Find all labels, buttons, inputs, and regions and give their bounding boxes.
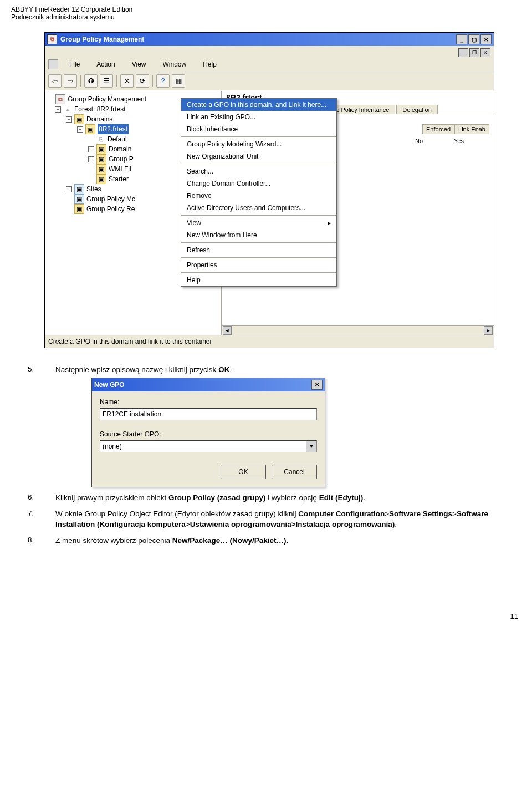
titlebar: ⧉ Group Policy Management _ ▢ ✕ (45, 33, 494, 46)
tab-delegation[interactable]: Delegation (396, 105, 438, 114)
domain-icon: ▣ (85, 124, 95, 134)
tree-sites[interactable]: Sites (86, 184, 101, 194)
tree-wmi[interactable]: WMI Fil (109, 164, 131, 174)
back-button[interactable]: ⇦ (48, 74, 62, 88)
content-area: ⧉Group Policy Management −⟁Forest: 8R2.f… (45, 90, 494, 335)
ok-button[interactable]: OK (221, 465, 266, 479)
dialog-title: New GPO (94, 381, 311, 389)
window-title: Group Policy Management (60, 35, 456, 43)
group-policy-window: ⧉ Group Policy Management _ ▢ ✕ _ ❐ ✕ Fi… (44, 32, 494, 348)
list-button[interactable]: ☰ (100, 74, 113, 88)
source-starter-combo[interactable]: (none) ▼ (100, 440, 317, 452)
ctx-link-gpo[interactable]: Link an Existing GPO... (181, 111, 336, 123)
tree-modeling[interactable]: Group Policy Mc (86, 194, 135, 204)
sites-icon: ▣ (74, 184, 84, 194)
modeling-icon: ▣ (74, 194, 84, 204)
menu-window[interactable]: Window (157, 59, 192, 69)
results-icon: ▣ (74, 204, 84, 214)
mdi-restore-button[interactable]: ❐ (469, 48, 479, 57)
expand-icon[interactable]: + (88, 146, 94, 152)
ctx-aduc[interactable]: Active Directory Users and Computers... (181, 202, 336, 214)
new-gpo-dialog: New GPO ✕ Name: Source Starter GPO: (non… (91, 378, 325, 487)
tree-selected-domain[interactable]: 8R2.frtest (98, 124, 129, 134)
col-enforced[interactable]: Enforced (422, 124, 454, 134)
options-button[interactable]: ▦ (172, 74, 185, 88)
status-bar: Create a GPO in this domain and link it … (45, 335, 494, 348)
menu-view[interactable]: View (126, 59, 152, 69)
ctx-block-inheritance[interactable]: Block Inheritance (181, 123, 336, 135)
expand-icon[interactable]: + (66, 186, 72, 192)
forest-icon: ⟁ (63, 105, 72, 114)
name-input[interactable] (100, 408, 317, 420)
tree-results[interactable]: Group Policy Re (86, 204, 135, 214)
forward-button[interactable]: ⇨ (64, 74, 77, 88)
ctx-search[interactable]: Search... (181, 165, 336, 177)
tree-starter[interactable]: Starter (109, 174, 129, 184)
maximize-button[interactable]: ▢ (468, 34, 479, 44)
cancel-button[interactable]: Cancel (272, 465, 317, 479)
menu-file[interactable]: File (64, 59, 85, 69)
ctx-properties[interactable]: Properties (181, 259, 336, 271)
ctx-remove[interactable]: Remove (181, 190, 336, 202)
scroll-right-icon[interactable]: ► (484, 326, 493, 335)
domains-icon: ▣ (74, 114, 84, 124)
delete-button[interactable]: ✕ (120, 74, 134, 88)
source-starter-label: Source Starter GPO: (100, 430, 317, 438)
doc-header: ABBYY FineReader 12 Corporate Edition Po… (11, 6, 521, 21)
cell-link-enabled: Yes (451, 136, 489, 145)
chevron-right-icon: ▸ (328, 219, 331, 227)
step-number: 6. (28, 493, 55, 503)
mdi-close-button[interactable]: ✕ (480, 48, 490, 57)
ctx-change-dc[interactable]: Change Domain Controller... (181, 177, 336, 190)
ctx-modeling-wizard[interactable]: Group Policy Modeling Wizard... (181, 138, 336, 150)
collapse-icon[interactable]: − (66, 116, 72, 123)
combo-value: (none) (100, 442, 306, 450)
collapse-icon[interactable]: − (77, 126, 83, 133)
instruction-5: 5. Następnie wpisz opisową nazwę i klikn… (28, 365, 521, 375)
ctx-help[interactable]: Help (181, 274, 336, 286)
step-number: 7. (28, 509, 55, 530)
link-icon: ⎘ (96, 135, 105, 144)
mdi-controls: _ ❐ ✕ (45, 46, 494, 57)
toolbar: ⇦ ⇨ ⮉ ☰ ✕ ⟳ ? ▦ (45, 72, 494, 90)
mdi-minimize-button[interactable]: _ (458, 48, 468, 57)
col-link-enabled[interactable]: Link Enab (454, 124, 489, 134)
wmi-icon: ▣ (96, 164, 106, 174)
step-number: 5. (28, 365, 55, 375)
menu-action[interactable]: Action (91, 59, 120, 69)
instruction-6: 6. Kliknij prawym przyciskiem obiekt Gro… (28, 493, 521, 503)
collapse-icon[interactable]: − (55, 106, 61, 113)
expand-icon[interactable]: + (88, 156, 94, 162)
ctx-create-gpo[interactable]: Create a GPO in this domain, and Link it… (181, 99, 336, 111)
scroll-left-icon[interactable]: ◄ (223, 326, 232, 335)
up-button[interactable]: ⮉ (84, 74, 98, 88)
name-label: Name: (100, 398, 317, 406)
page-number: 11 (11, 612, 521, 620)
refresh-button[interactable]: ⟳ (136, 74, 149, 88)
help-button[interactable]: ? (156, 74, 170, 88)
menu-help[interactable]: Help (197, 59, 222, 69)
dialog-titlebar: New GPO ✕ (92, 378, 325, 391)
horizontal-scrollbar[interactable]: ◄ ► (222, 325, 494, 335)
ctx-view[interactable]: View▸ (181, 217, 336, 229)
folder-icon: ▣ (96, 144, 106, 154)
menubar-icon (48, 59, 58, 69)
tree-forest[interactable]: Forest: 8R2.frtest (74, 104, 126, 114)
chevron-down-icon[interactable]: ▼ (306, 441, 316, 452)
ctx-new-ou[interactable]: New Organizational Unit (181, 150, 336, 162)
ctx-new-window[interactable]: New Window from Here (181, 229, 336, 241)
step-number: 8. (28, 536, 55, 546)
tree-domain-ctrl[interactable]: Domain (109, 144, 131, 154)
context-menu: Create a GPO in this domain, and Link it… (181, 98, 337, 287)
minimize-button[interactable]: _ (456, 34, 467, 44)
window-controls: _ ▢ ✕ (456, 34, 492, 44)
ctx-refresh[interactable]: Refresh (181, 244, 336, 256)
folder-icon: ▣ (96, 174, 106, 184)
tree-group-p[interactable]: Group P (109, 154, 134, 164)
tree-default[interactable]: Defaul (108, 134, 127, 144)
dialog-close-button[interactable]: ✕ (311, 380, 323, 390)
close-button[interactable]: ✕ (480, 34, 492, 44)
tree-root[interactable]: Group Policy Management (68, 94, 146, 104)
tree-domains[interactable]: Domains (86, 114, 112, 124)
app-icon: ⧉ (47, 34, 57, 44)
